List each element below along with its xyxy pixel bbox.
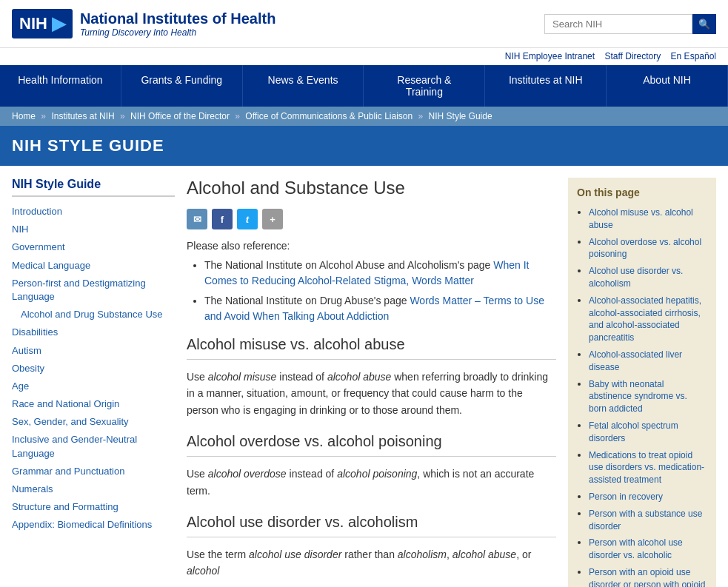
sidebar-item-race[interactable]: Race and National Origin [12,395,175,413]
breadcrumb-communications[interactable]: Office of Communications & Public Liaiso… [245,111,413,121]
section-2-heading: Alcohol overdose vs. alcohol poisoning [187,433,556,457]
twitter-share-button[interactable]: t [237,209,258,229]
on-this-page-link-6[interactable]: Baby with neonatal abstinence syndrome v… [589,378,707,415]
sidebar-item-structure[interactable]: Structure and Formatting [12,498,175,516]
breadcrumb-style-guide[interactable]: NIH Style Guide [429,111,492,121]
breadcrumb-sep-1: » [41,111,48,121]
page-title-bar: NIH STYLE GUIDE [0,126,728,166]
section-1-body: Use alcohol misuse instead of alcohol ab… [187,369,556,418]
nav-research-training[interactable]: Research & Training [364,65,485,107]
section-alcohol-overdose: Alcohol overdose vs. alcohol poisoning U… [187,433,556,499]
intranet-link[interactable]: NIH Employee Intranet [505,51,595,61]
also-reference: Please also reference: The National Inst… [187,240,556,324]
sidebar-item-person-first[interactable]: Person-first and Destigmatizing Language [12,275,175,306]
section-alcohol-use-disorder: Alcohol use disorder vs. alcoholism Use … [187,514,556,580]
top-links: NIH Employee Intranet Staff Directory En… [0,48,728,65]
sidebar-item-age[interactable]: Age [12,378,175,395]
breadcrumb-sep-2: » [120,111,127,121]
also-reference-label: Please also reference: [187,240,290,252]
sidebar-item-inclusive[interactable]: Inclusive and Gender-Neutral Language [12,431,175,462]
sidebar-item-sex-gender[interactable]: Sex, Gender, and Sexuality [12,413,175,431]
nih-badge-text: NIH [19,14,47,33]
breadcrumb-nih-office[interactable]: NIH Office of the Director [130,111,230,121]
sidebar-item-grammar[interactable]: Grammar and Punctuation [12,463,175,480]
sidebar-item-government[interactable]: Government [12,238,175,256]
page-title: NIH STYLE GUIDE [12,136,716,155]
on-this-page-item: Alcohol-associated liver disease [589,348,707,374]
section-3-heading: Alcohol use disorder vs. alcoholism [187,514,556,537]
on-this-page-item: Alcohol overdose vs. alcohol poisoning [589,235,707,261]
content-title: Alcohol and Substance Use [187,178,556,198]
on-this-page-link-10[interactable]: Person with a substance use disorder [589,508,707,533]
reference-item-1: The National Institute on Alcohol Abuse … [204,258,556,289]
on-this-page-item: Fetal alcohol spectrum disorders [589,419,707,445]
nih-subtitle: Turning Discovery Into Health [80,27,275,38]
on-this-page-item: Alcohol-associated hepatitis, alcohol-as… [589,294,707,344]
search-button[interactable]: 🔍 [692,14,716,34]
section-1-heading: Alcohol misuse vs. alcohol abuse [187,336,556,360]
search-input[interactable] [544,14,692,34]
sidebar-item-obesity[interactable]: Obesity [12,360,175,378]
on-this-page-item: Person with a substance use disorder [589,507,707,533]
nih-badge: NIH ▶ [12,9,73,38]
social-share-bar: ✉ f t + [187,209,556,229]
nih-title: National Institutes of Health [80,10,275,27]
search-area: 🔍 [544,14,716,34]
nih-arrow-icon: ▶ [52,13,65,34]
sidebar-title: NIH Style Guide [12,178,175,197]
more-share-button[interactable]: + [262,209,283,229]
nav-about[interactable]: About NIH [607,65,728,107]
sidebar-item-medical-language[interactable]: Medical Language [12,257,175,275]
breadcrumb-sep-3: » [235,111,242,121]
on-this-page-link-12[interactable]: Person with an opioid use disorder or pe… [589,566,707,587]
nav-health-information[interactable]: Health Information [0,65,121,107]
on-this-page-link-9[interactable]: Person in recovery [589,491,707,503]
on-this-page-link-5[interactable]: Alcohol-associated liver disease [589,349,707,374]
on-this-page-title: On this page [577,187,707,198]
on-this-page-link-11[interactable]: Person with alcohol use disorder vs. alc… [589,537,707,562]
breadcrumb-home[interactable]: Home [12,111,36,121]
on-this-page-link-2[interactable]: Alcohol overdose vs. alcohol poisoning [589,236,707,261]
nih-logo: NIH ▶ National Institutes of Health Turn… [12,9,275,38]
reference-1-prefix: The National Institute on Alcohol Abuse … [204,259,493,271]
reference-2-prefix: The National Institute on Drug Abuse's p… [204,295,410,306]
breadcrumb-sep-4: » [418,111,426,121]
on-this-page-link-3[interactable]: Alcohol use disorder vs. alcoholism [589,265,707,290]
sidebar-item-autism[interactable]: Autism [12,342,175,360]
on-this-page-link-8[interactable]: Medications to treat opioid use disorder… [589,449,707,486]
sidebar-item-appendix[interactable]: Appendix: Biomedical Definitions [12,516,175,534]
section-alcohol-misuse: Alcohol misuse vs. alcohol abuse Use alc… [187,336,556,418]
on-this-page-link-4[interactable]: Alcohol-associated hepatitis, alcohol-as… [589,295,707,344]
nih-text: National Institutes of Health Turning Di… [80,10,275,38]
breadcrumb-institutes[interactable]: Institutes at NIH [51,111,114,121]
nav-institutes[interactable]: Institutes at NIH [485,65,607,107]
breadcrumb: Home » Institutes at NIH » NIH Office of… [0,107,728,126]
sidebar-item-numerals[interactable]: Numerals [12,480,175,498]
staff-directory-link[interactable]: Staff Directory [604,51,661,61]
section-2-body: Use alcohol overdose instead of alcohol … [187,466,556,499]
reference-item-2: The National Institute on Drug Abuse's p… [204,293,556,324]
on-this-page-item: Medications to treat opioid use disorder… [589,449,707,486]
on-this-page-link-7[interactable]: Fetal alcohol spectrum disorders [589,420,707,445]
on-this-page-link-1[interactable]: Alcohol misuse vs. alcohol abuse [589,207,707,232]
email-share-button[interactable]: ✉ [187,209,207,229]
sidebar-item-alcohol-drug[interactable]: Alcohol and Drug Substance Use [12,306,175,323]
nav-news-events[interactable]: News & Events [243,65,364,107]
nav-grants-funding[interactable]: Grants & Funding [121,65,243,107]
left-sidebar: NIH Style Guide Introduction NIH Governm… [12,178,175,587]
on-this-page-item: Person with alcohol use disorder vs. alc… [589,536,707,562]
espanol-link[interactable]: En Español [671,51,716,61]
main-nav: Health Information Grants & Funding News… [0,65,728,107]
section-3-body: Use the term alcohol use disorder rather… [187,546,556,580]
site-header: NIH ▶ National Institutes of Health Turn… [0,0,728,166]
right-sidebar: On this page Alcohol misuse vs. alcohol … [568,178,716,587]
facebook-share-button[interactable]: f [212,209,233,229]
on-this-page-item: Person with an opioid use disorder or pe… [589,566,707,587]
sidebar-item-introduction[interactable]: Introduction [12,203,175,221]
sidebar-item-nih[interactable]: NIH [12,221,175,238]
on-this-page-item: Alcohol misuse vs. alcohol abuse [589,206,707,232]
sidebar-item-disabilities[interactable]: Disabilities [12,323,175,341]
on-this-page-list: Alcohol misuse vs. alcohol abuse Alcohol… [589,206,707,587]
main-container: NIH Style Guide Introduction NIH Governm… [0,166,728,587]
on-this-page-item: Baby with neonatal abstinence syndrome v… [589,378,707,415]
